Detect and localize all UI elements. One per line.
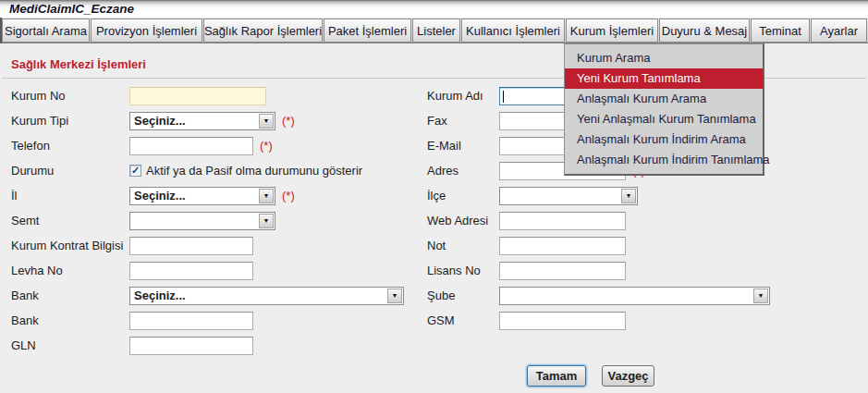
- durumu-checkbox[interactable]: ✓: [129, 165, 141, 177]
- field-label: Not: [427, 239, 499, 252]
- field-label: Bank: [11, 313, 129, 327]
- app-title: MediClaimIC_Eczane: [9, 2, 134, 16]
- field-label: Adres: [427, 164, 499, 178]
- main-menubar: Sigortalı Arama Provizyon İşlemleri Sağl…: [0, 18, 868, 43]
- checkbox-label: Aktif ya da Pasif olma durumunu gösterir: [146, 164, 362, 178]
- chevron-down-icon[interactable]: ▼: [259, 114, 274, 129]
- field-label: Kurum Adı: [427, 89, 499, 103]
- field-label: Web Adresi: [427, 214, 499, 227]
- form-left-column: Kurum No Kurum Tipi Seçiniz... ▼ (*) Tel…: [11, 83, 404, 358]
- chevron-down-icon[interactable]: ▼: [387, 289, 402, 303]
- ilce-select[interactable]: ▼: [499, 187, 638, 205]
- field-label: Bank: [11, 289, 129, 302]
- field-label: Kurum Tipi: [11, 114, 129, 128]
- menu-listeler[interactable]: Listeler: [412, 18, 460, 43]
- menu-kullanici-islemleri[interactable]: Kullanıcı İşlemleri: [461, 18, 565, 43]
- field-label: Levha No: [11, 264, 129, 277]
- required-mark: (*): [282, 189, 295, 203]
- kurum-no-input[interactable]: [129, 87, 266, 105]
- menu-provizyon-islemleri[interactable]: Provizyon İşlemleri: [91, 18, 202, 43]
- text-caret: [503, 91, 504, 103]
- gsm-input[interactable]: [499, 312, 626, 330]
- levha-no-input[interactable]: [129, 262, 253, 280]
- menu-kurum-islemleri[interactable]: Kurum İşlemleri: [566, 18, 658, 43]
- menu-teminat[interactable]: Teminat: [751, 18, 810, 43]
- field-label: Durumu: [11, 164, 129, 178]
- menu-item-anlasmali-kurum-arama[interactable]: Anlaşmalı Kurum Arama: [565, 89, 763, 109]
- lisans-no-input[interactable]: [499, 262, 626, 280]
- kurum-tipi-select[interactable]: Seçiniz... ▼: [129, 112, 275, 130]
- field-label: Kurum No: [11, 89, 129, 103]
- required-mark: (*): [260, 139, 273, 153]
- kurum-islemleri-dropdown: Kurum Arama Yeni Kurum Tanımlama Anlaşma…: [564, 43, 764, 176]
- check-icon: ✓: [131, 166, 140, 176]
- select-value: Seçiniz...: [130, 189, 258, 203]
- menu-item-kurum-arama[interactable]: Kurum Arama: [565, 48, 763, 68]
- menu-sigortali-arama[interactable]: Sigortalı Arama: [2, 18, 90, 43]
- telefon-input[interactable]: [129, 137, 253, 155]
- menu-item-anlasmali-kurum-indirim-tanimlama[interactable]: Anlaşmalı Kurum İndirim Tanımlama: [565, 150, 763, 170]
- page-title: Sağlık Merkezi İşlemleri: [11, 57, 146, 71]
- menu-item-yeni-anlasmali-kurum-tanimlama[interactable]: Yeni Anlaşmalı Kurum Tanımlama: [565, 109, 763, 129]
- field-label: Fax: [427, 114, 499, 128]
- chevron-down-icon[interactable]: ▼: [621, 189, 636, 203]
- field-label: GLN: [11, 338, 129, 352]
- bank-input[interactable]: [129, 312, 253, 330]
- app-window: MediClaimIC_Eczane Sigortalı Arama Provi…: [0, 0, 868, 393]
- web-adresi-input[interactable]: [499, 212, 626, 230]
- field-label: İl: [11, 189, 129, 203]
- title-bar: MediClaimIC_Eczane: [0, 0, 868, 18]
- required-mark: (*): [282, 114, 295, 128]
- field-label: Şube: [427, 289, 499, 302]
- field-label: Lisans No: [427, 264, 499, 277]
- chevron-down-icon[interactable]: ▼: [259, 214, 274, 228]
- tamam-button[interactable]: Tamam: [527, 365, 586, 387]
- field-label: GSM: [427, 313, 499, 327]
- vazgec-button[interactable]: Vazgeç: [602, 365, 654, 387]
- select-value: Seçiniz...: [130, 114, 258, 128]
- menu-saglik-rapor-islemleri[interactable]: Sağlık Rapor İşlemleri: [203, 18, 323, 43]
- field-label: Semt: [11, 214, 129, 227]
- field-label: Telefon: [11, 139, 129, 153]
- chevron-down-icon[interactable]: ▼: [753, 289, 768, 303]
- field-label: E-Mail: [427, 139, 499, 153]
- chevron-down-icon[interactable]: ▼: [259, 189, 274, 203]
- bank-select[interactable]: Seçiniz... ▼: [129, 287, 404, 305]
- semt-select[interactable]: ▼: [129, 212, 275, 230]
- menu-ayarlar[interactable]: Ayarlar: [811, 18, 867, 43]
- gln-input[interactable]: [129, 337, 253, 355]
- kurum-kontrat-bilgisi-input[interactable]: [129, 237, 253, 255]
- il-select[interactable]: Seçiniz... ▼: [129, 187, 275, 205]
- field-label: Kurum Kontrat Bilgisi: [11, 239, 129, 252]
- menu-item-yeni-kurum-tanimlama[interactable]: Yeni Kurum Tanımlama: [565, 68, 763, 89]
- menu-duyuru-mesaj[interactable]: Duyuru & Mesaj: [659, 18, 750, 43]
- not-input[interactable]: [499, 237, 626, 255]
- menu-paket-islemleri[interactable]: Paket İşlemleri: [324, 18, 411, 43]
- field-label: İlçe: [427, 189, 499, 203]
- sube-select[interactable]: ▼: [499, 287, 770, 305]
- select-value: Seçiniz...: [130, 289, 386, 302]
- menu-item-anlasmali-kurum-indirim-arama[interactable]: Anlaşmalı Kurum İndirim Arama: [565, 129, 763, 150]
